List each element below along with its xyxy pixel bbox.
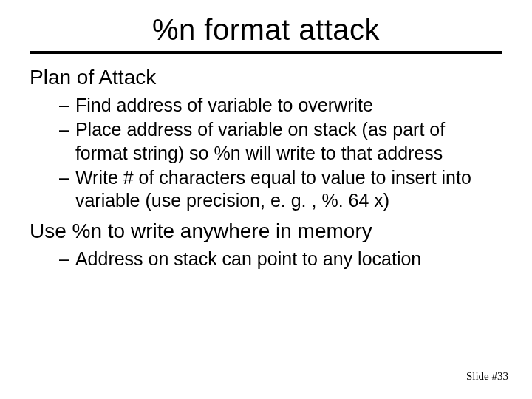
slide: %n format attack Plan of Attack – Find a… [0,0,532,399]
slide-title: %n format attack [30,13,502,47]
bullet-text: Place address of variable on stack (as p… [75,118,495,165]
dash-icon: – [59,94,69,117]
slide-number: Slide #33 [466,370,508,383]
bullet-list-1: – Find address of variable to overwrite … [59,94,495,212]
list-item: – Address on stack can point to any loca… [59,248,495,270]
bullet-text: Find address of variable to overwrite [75,94,495,117]
bullet-text: Write # of characters equal to value to … [75,166,495,213]
section-heading-2: Use %n to write anywhere in memory [30,219,502,243]
dash-icon: – [59,166,69,213]
dash-icon: – [59,248,69,270]
title-underline [30,51,502,54]
dash-icon: – [59,118,69,165]
bullet-text: Address on stack can point to any locati… [75,248,495,270]
list-item: – Find address of variable to overwrite [59,94,495,117]
list-item: – Place address of variable on stack (as… [59,118,495,165]
bullet-list-2: – Address on stack can point to any loca… [59,248,495,270]
section-heading-1: Plan of Attack [30,66,502,89]
list-item: – Write # of characters equal to value t… [59,166,495,213]
